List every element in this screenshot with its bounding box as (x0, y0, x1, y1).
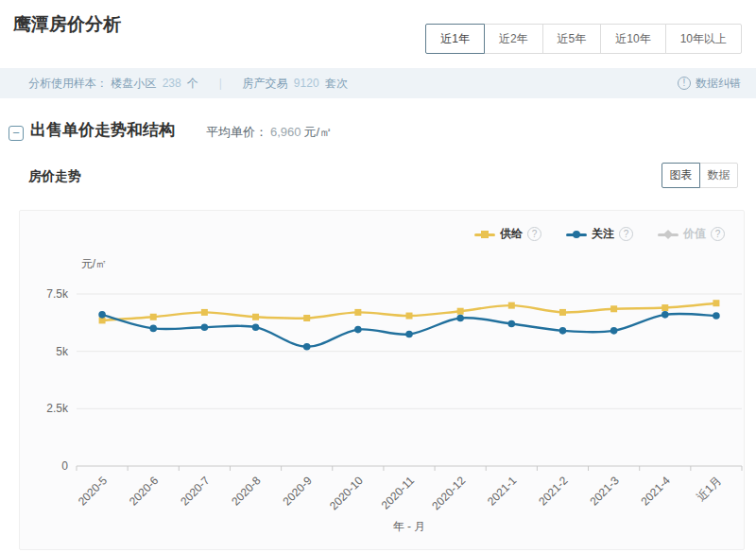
section-title: 出售单价走势和结构 (30, 119, 175, 141)
svg-text:2020-6: 2020-6 (127, 474, 162, 509)
svg-text:2020-10: 2020-10 (327, 474, 366, 512)
chart-panel-title: 房价走势 (28, 168, 81, 185)
price-trend-card: 供给 ? 关注 ? 价值 ? 元/㎡ 02.5k5k7.5k2020-52020… (19, 210, 745, 550)
price-trend-chart: 02.5k5k7.5k2020-52020-62020-72020-82020-… (20, 211, 746, 549)
sample1-name: 楼盘小区 (111, 77, 156, 90)
svg-text:2020-11: 2020-11 (379, 474, 418, 512)
data-correction-link[interactable]: ! 数据纠错 (678, 68, 741, 98)
chart-view-button[interactable]: 图表 (662, 163, 700, 188)
data-correction-label: 数据纠错 (696, 68, 741, 98)
tab-last-5-years[interactable]: 近5年 (542, 24, 602, 54)
housing-analysis-page: 鹰潭房价分析 近1年 近2年 近5年 近10年 10年以上 分析使用样本： 楼盘… (0, 0, 756, 553)
tab-last-10-years[interactable]: 近10年 (600, 24, 665, 54)
divider: ｜ (215, 77, 226, 90)
svg-text:2021-3: 2021-3 (587, 474, 622, 509)
tab-over-10-years[interactable]: 10年以上 (665, 24, 742, 54)
tab-last-1-year[interactable]: 近1年 (425, 24, 485, 54)
svg-text:2020-8: 2020-8 (229, 474, 264, 509)
svg-text:2021-2: 2021-2 (536, 474, 571, 509)
svg-text:2020-12: 2020-12 (429, 474, 468, 512)
info-icon: ! (678, 77, 691, 90)
svg-text:5k: 5k (56, 345, 69, 358)
svg-text:近1月: 近1月 (694, 474, 724, 504)
view-toggle: 图表 数据 (662, 163, 738, 188)
tab-last-2-years[interactable]: 近2年 (484, 24, 543, 54)
sample-label: 分析使用样本： (28, 77, 108, 90)
sample2-name: 房产交易 (243, 77, 288, 90)
svg-text:2021-1: 2021-1 (485, 474, 520, 509)
svg-text:0: 0 (61, 459, 68, 473)
sample1-unit: 个 (187, 77, 198, 90)
svg-text:年 - 月: 年 - 月 (393, 520, 426, 533)
svg-text:2020-7: 2020-7 (178, 474, 213, 509)
average-price-value: 6,960 (270, 125, 301, 139)
svg-text:7.5k: 7.5k (46, 287, 69, 301)
page-title: 鹰潭房价分析 (13, 12, 121, 37)
average-price-unit: 元/㎡ (304, 125, 333, 139)
sample2-value: 9120 (294, 77, 319, 90)
svg-text:2020-9: 2020-9 (280, 474, 315, 509)
data-view-button[interactable]: 数据 (699, 163, 738, 188)
sample-info-bar: 分析使用样本： 楼盘小区 238 个 ｜ 房产交易 9120 套次 ! 数据纠错 (0, 68, 756, 98)
svg-text:2020-5: 2020-5 (76, 474, 111, 509)
time-range-tabs: 近1年 近2年 近5年 近10年 10年以上 (425, 24, 742, 54)
sample1-value: 238 (163, 77, 181, 90)
svg-text:2021-4: 2021-4 (639, 474, 674, 509)
average-price: 平均单价：6,960元/㎡ (206, 124, 332, 141)
svg-text:2.5k: 2.5k (46, 402, 69, 415)
collapse-icon[interactable]: − (9, 126, 24, 141)
sample2-unit: 套次 (325, 77, 348, 90)
average-price-label: 平均单价： (206, 125, 267, 139)
